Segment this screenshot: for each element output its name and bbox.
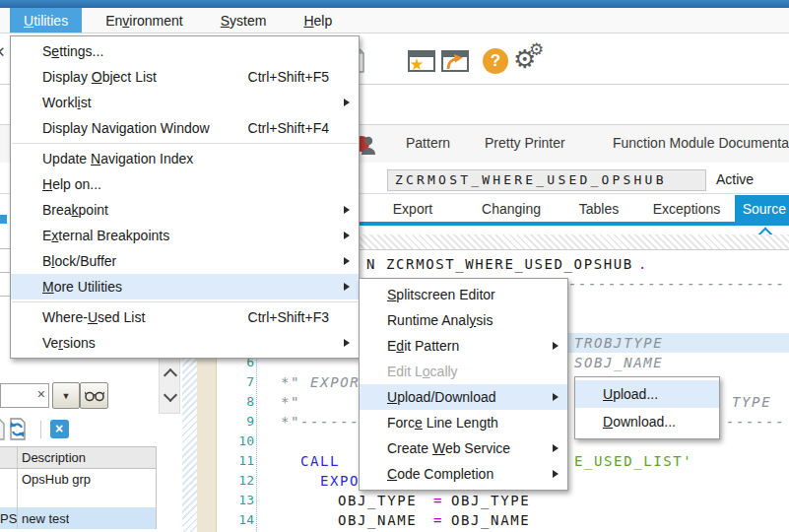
code-segment: . bbox=[638, 254, 648, 274]
menu-item-display-navigation-window[interactable]: Display Navigation WindowCtrl+Shift+F4 bbox=[11, 115, 359, 141]
menu-bar-divider bbox=[0, 33, 789, 33]
code-segment: *" bbox=[281, 392, 300, 412]
shortcut-window-icon[interactable] bbox=[440, 48, 470, 74]
clear-search-icon[interactable]: × bbox=[37, 387, 45, 401]
menu-item-upload-download[interactable]: Upload/Download bbox=[360, 384, 567, 410]
find-glasses-button[interactable] bbox=[80, 382, 108, 409]
pattern-button[interactable]: Pattern bbox=[406, 135, 450, 151]
submenu-arrow-icon bbox=[344, 206, 350, 214]
code-segment: SOBJ_NAME bbox=[574, 353, 663, 372]
table-cell-col1 bbox=[0, 490, 18, 507]
menu-item-versions[interactable]: Versions bbox=[11, 330, 359, 356]
code-segment: = bbox=[433, 510, 443, 530]
object-name-field[interactable]: ZCRMOST_WHERE_USED_OPSHUB bbox=[387, 169, 706, 191]
gear-glyph-small: ⚙ bbox=[529, 39, 544, 60]
utilities-menu: Settings...Display Object ListCtrl+Shift… bbox=[10, 35, 360, 359]
delete-icon: × bbox=[50, 420, 69, 438]
menu-item-upload[interactable]: Upload... bbox=[575, 380, 719, 408]
menu-item-block-buffer[interactable]: Block/Buffer bbox=[11, 248, 359, 274]
menubar-item-utilities[interactable]: Utilities bbox=[10, 8, 82, 33]
code-segment: E_USED_LIST' bbox=[574, 451, 692, 471]
menu-item-runtime-analysis[interactable]: Runtime Analysis bbox=[360, 307, 567, 333]
menu-item-edit-locally[interactable]: Edit Locally bbox=[360, 359, 567, 384]
tab-tables[interactable]: Tables bbox=[559, 195, 639, 223]
submenu-arrow-icon bbox=[553, 444, 559, 452]
toolbar-separator bbox=[40, 421, 41, 438]
menu-item-breakpoint[interactable]: Breakpoint bbox=[11, 197, 359, 223]
help-icon[interactable]: ? bbox=[483, 48, 508, 74]
menubar-item-environment[interactable]: Environment bbox=[92, 8, 197, 33]
table-cell-col1: PSH bbox=[0, 507, 18, 529]
editor-header-hatch bbox=[338, 234, 789, 250]
scroll-down-icon[interactable] bbox=[164, 388, 177, 402]
menu-item-help-on[interactable]: Help on... bbox=[11, 171, 359, 197]
menu-item-download[interactable]: Download... bbox=[575, 408, 719, 435]
menu-item-more-utilities[interactable]: More Utilities bbox=[11, 274, 359, 299]
menu-separator bbox=[12, 301, 358, 302]
submenu-arrow-icon bbox=[344, 257, 350, 265]
refresh-icon[interactable] bbox=[6, 417, 30, 442]
menubar-item-help[interactable]: Help bbox=[290, 8, 346, 33]
menu-item-settings[interactable]: Settings... bbox=[11, 38, 359, 64]
cropped-toolbar-icon: ✕ bbox=[0, 43, 7, 61]
menu-item-update-navigation-index[interactable]: Update Navigation Index bbox=[11, 146, 359, 171]
help-glyph: ? bbox=[491, 51, 500, 71]
menubar-item-system[interactable]: System bbox=[207, 8, 281, 33]
menu-bar: UtilitiesEnvironmentSystemHelp bbox=[0, 8, 789, 33]
table-header-col1 bbox=[0, 447, 18, 468]
code-segment: OBJ_TYPE bbox=[451, 491, 530, 510]
submenu-arrow-icon bbox=[553, 470, 559, 478]
object-list-table: Description OpsHub grpPSHnew test bbox=[0, 446, 157, 529]
submenu-arrow-icon bbox=[344, 339, 350, 347]
tab-source-code[interactable]: Source code bbox=[735, 195, 789, 223]
menu-item-external-breakpoints[interactable]: External Breakpoints bbox=[11, 223, 359, 248]
table-header-row: Description bbox=[0, 446, 156, 469]
table-row[interactable]: OpsHub grp bbox=[0, 469, 156, 490]
code-segment: OBJ_NAME bbox=[451, 510, 530, 530]
table-row[interactable]: PSHnew test bbox=[0, 507, 156, 529]
table-row[interactable] bbox=[0, 490, 156, 507]
menu-separator bbox=[12, 143, 358, 144]
search-dropdown-button[interactable]: ▼ bbox=[52, 382, 80, 409]
status-label: Active bbox=[716, 171, 754, 187]
code-segment: CALL bbox=[300, 451, 340, 471]
table-cell-description bbox=[18, 490, 22, 507]
submenu-arrow-icon bbox=[344, 283, 350, 291]
search-input[interactable]: × bbox=[0, 383, 49, 408]
menu-item-worklist[interactable]: Worklist bbox=[11, 90, 359, 115]
sap-gui-window: UtilitiesEnvironmentSystemHelp ? ⚙ ⚙ bbox=[0, 0, 789, 532]
menu-accelerator: Ctrl+Shift+F3 bbox=[248, 309, 329, 325]
panel-scrollbar[interactable] bbox=[159, 358, 180, 414]
tab-export[interactable]: Export bbox=[362, 195, 464, 223]
scroll-up-icon[interactable] bbox=[164, 368, 177, 382]
customize-gears-icon[interactable]: ⚙ ⚙ bbox=[513, 42, 547, 76]
delete-button[interactable]: × bbox=[46, 417, 72, 441]
pretty-printer-button[interactable]: Pretty Printer bbox=[485, 135, 565, 151]
table-cell-description: OpsHub grp bbox=[18, 469, 91, 490]
submenu-arrow-icon bbox=[344, 99, 350, 106]
object-list-panel: × ▼ × bbox=[0, 357, 158, 532]
table-cell-col1 bbox=[0, 469, 18, 490]
menu-item-code-completion[interactable]: Code Completion bbox=[360, 461, 567, 487]
menu-item-edit-pattern[interactable]: Edit Pattern bbox=[360, 333, 567, 359]
menu-item-display-object-list[interactable]: Display Object ListCtrl+Shift+F5 bbox=[11, 64, 359, 90]
menu-item-splitscreen-editor[interactable]: Splitscreen Editor bbox=[360, 282, 567, 307]
tab-changing[interactable]: Changing bbox=[463, 195, 560, 223]
favorites-window-icon[interactable] bbox=[407, 48, 436, 74]
menu-item-where-used-list[interactable]: Where-Used ListCtrl+Shift+F3 bbox=[11, 304, 359, 330]
code-segment: OBJ_TYPE bbox=[338, 491, 417, 510]
tab-exceptions[interactable]: Exceptions bbox=[638, 195, 736, 223]
glasses-icon bbox=[85, 390, 104, 402]
submenu-arrow-icon bbox=[553, 393, 559, 401]
menu-item-create-web-service[interactable]: Create Web Service bbox=[360, 435, 567, 461]
chevron-down-icon: ▼ bbox=[62, 391, 71, 401]
function-module-documentation-button[interactable]: Function Module Documentation bbox=[613, 135, 789, 151]
cropped-blue-icon bbox=[0, 215, 7, 224]
upload-download-submenu: Upload...Download... bbox=[574, 376, 720, 439]
submenu-arrow-icon bbox=[344, 232, 350, 239]
menu-item-force-line-length[interactable]: Force Line Length bbox=[360, 410, 567, 435]
object-list-toolbar: × bbox=[0, 416, 158, 443]
code-segment: ---------------------- bbox=[568, 274, 786, 294]
table-header-description: Description bbox=[18, 447, 86, 468]
title-bar bbox=[0, 0, 789, 8]
